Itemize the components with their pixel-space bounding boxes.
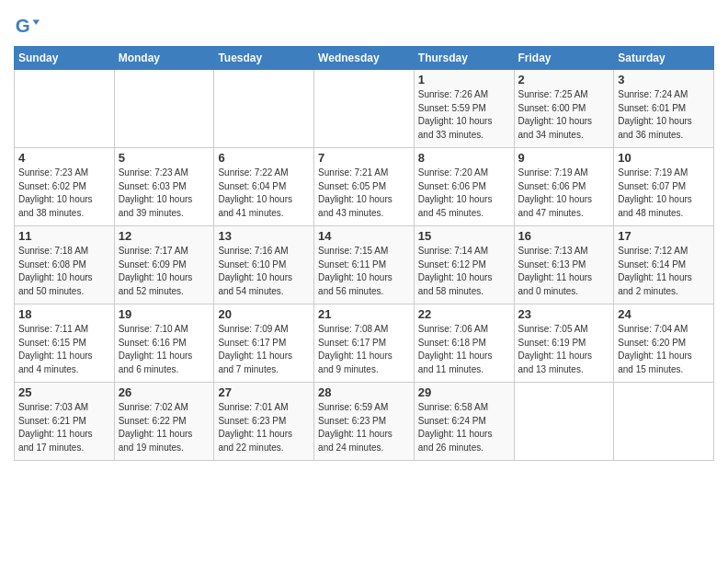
calendar-cell: 13Sunrise: 7:16 AM Sunset: 6:10 PM Dayli… — [214, 226, 314, 304]
logo: G — [14, 13, 41, 39]
day-number: 24 — [618, 307, 710, 321]
calendar-cell: 16Sunrise: 7:13 AM Sunset: 6:13 PM Dayli… — [514, 226, 614, 304]
calendar-cell: 17Sunrise: 7:12 AM Sunset: 6:14 PM Dayli… — [614, 226, 714, 304]
svg-text:G: G — [16, 15, 30, 36]
day-info: Sunrise: 7:14 AM Sunset: 6:12 PM Dayligh… — [418, 245, 510, 298]
day-number: 12 — [119, 229, 210, 243]
calendar-cell: 5Sunrise: 7:23 AM Sunset: 6:03 PM Daylig… — [114, 148, 214, 226]
day-number: 23 — [518, 307, 610, 321]
calendar-week-row: 4Sunrise: 7:23 AM Sunset: 6:02 PM Daylig… — [15, 148, 714, 226]
day-number: 9 — [518, 151, 610, 165]
calendar-cell: 21Sunrise: 7:08 AM Sunset: 6:17 PM Dayli… — [314, 304, 415, 383]
calendar-cell: 6Sunrise: 7:22 AM Sunset: 6:04 PM Daylig… — [214, 148, 314, 226]
day-number: 2 — [518, 73, 610, 86]
day-number: 26 — [119, 385, 210, 399]
day-info: Sunrise: 7:09 AM Sunset: 6:17 PM Dayligh… — [218, 323, 310, 376]
day-info: Sunrise: 7:21 AM Sunset: 6:05 PM Dayligh… — [318, 167, 410, 220]
day-info: Sunrise: 7:04 AM Sunset: 6:20 PM Dayligh… — [618, 323, 710, 376]
day-number: 15 — [418, 229, 510, 243]
day-number: 22 — [418, 307, 510, 321]
day-info: Sunrise: 7:23 AM Sunset: 6:03 PM Dayligh… — [119, 167, 210, 220]
calendar-cell: 11Sunrise: 7:18 AM Sunset: 6:08 PM Dayli… — [15, 226, 115, 304]
day-info: Sunrise: 7:24 AM Sunset: 6:01 PM Dayligh… — [618, 88, 710, 142]
day-number: 17 — [618, 229, 710, 243]
day-info: Sunrise: 7:16 AM Sunset: 6:10 PM Dayligh… — [218, 245, 310, 298]
day-number: 21 — [318, 307, 410, 321]
day-info: Sunrise: 7:13 AM Sunset: 6:13 PM Dayligh… — [518, 245, 610, 298]
day-info: Sunrise: 7:18 AM Sunset: 6:08 PM Dayligh… — [18, 245, 110, 298]
page-header: G — [14, 9, 714, 39]
day-number: 16 — [518, 229, 610, 243]
logo-icon: G — [14, 13, 40, 39]
day-info: Sunrise: 7:08 AM Sunset: 6:17 PM Dayligh… — [318, 323, 410, 376]
day-info: Sunrise: 7:10 AM Sunset: 6:16 PM Dayligh… — [119, 323, 210, 376]
calendar-cell: 12Sunrise: 7:17 AM Sunset: 6:09 PM Dayli… — [114, 226, 214, 304]
day-number: 1 — [418, 73, 510, 86]
calendar-week-row: 25Sunrise: 7:03 AM Sunset: 6:21 PM Dayli… — [15, 383, 714, 461]
calendar-cell — [114, 70, 214, 148]
svg-marker-1 — [33, 19, 40, 25]
day-info: Sunrise: 7:19 AM Sunset: 6:07 PM Dayligh… — [618, 167, 710, 220]
calendar-cell: 20Sunrise: 7:09 AM Sunset: 6:17 PM Dayli… — [214, 304, 314, 383]
day-info: Sunrise: 7:01 AM Sunset: 6:23 PM Dayligh… — [218, 401, 310, 454]
day-number: 13 — [218, 229, 310, 243]
day-info: Sunrise: 7:22 AM Sunset: 6:04 PM Dayligh… — [218, 167, 310, 220]
day-number: 3 — [618, 73, 710, 86]
day-info: Sunrise: 7:19 AM Sunset: 6:06 PM Dayligh… — [518, 167, 610, 220]
calendar-cell — [214, 70, 314, 148]
day-number: 29 — [418, 385, 510, 399]
day-number: 5 — [119, 151, 210, 165]
day-info: Sunrise: 7:12 AM Sunset: 6:14 PM Dayligh… — [618, 245, 710, 298]
day-number: 25 — [18, 385, 110, 399]
weekday-header: Wednesday — [314, 47, 415, 70]
calendar-week-row: 18Sunrise: 7:11 AM Sunset: 6:15 PM Dayli… — [15, 304, 714, 383]
calendar-cell: 22Sunrise: 7:06 AM Sunset: 6:18 PM Dayli… — [414, 304, 514, 383]
day-info: Sunrise: 7:20 AM Sunset: 6:06 PM Dayligh… — [418, 167, 510, 220]
calendar-cell: 23Sunrise: 7:05 AM Sunset: 6:19 PM Dayli… — [514, 304, 614, 383]
calendar-cell — [514, 383, 614, 461]
day-info: Sunrise: 7:15 AM Sunset: 6:11 PM Dayligh… — [318, 245, 410, 298]
calendar-cell: 1Sunrise: 7:26 AM Sunset: 5:59 PM Daylig… — [414, 70, 514, 148]
calendar-cell: 14Sunrise: 7:15 AM Sunset: 6:11 PM Dayli… — [314, 226, 415, 304]
calendar-header-row: SundayMondayTuesdayWednesdayThursdayFrid… — [15, 47, 714, 70]
calendar-cell: 9Sunrise: 7:19 AM Sunset: 6:06 PM Daylig… — [514, 148, 614, 226]
weekday-header: Monday — [114, 47, 214, 70]
calendar-cell — [15, 70, 115, 148]
day-number: 8 — [418, 151, 510, 165]
calendar-cell: 27Sunrise: 7:01 AM Sunset: 6:23 PM Dayli… — [214, 383, 314, 461]
day-number: 7 — [318, 151, 410, 165]
weekday-header: Thursday — [414, 47, 514, 70]
day-number: 11 — [18, 229, 110, 243]
calendar-cell: 4Sunrise: 7:23 AM Sunset: 6:02 PM Daylig… — [15, 148, 115, 226]
day-number: 27 — [218, 385, 310, 399]
day-info: Sunrise: 7:05 AM Sunset: 6:19 PM Dayligh… — [518, 323, 610, 376]
calendar-cell — [314, 70, 415, 148]
calendar-cell: 19Sunrise: 7:10 AM Sunset: 6:16 PM Dayli… — [114, 304, 214, 383]
day-info: Sunrise: 6:58 AM Sunset: 6:24 PM Dayligh… — [418, 401, 510, 454]
calendar-cell: 18Sunrise: 7:11 AM Sunset: 6:15 PM Dayli… — [15, 304, 115, 383]
calendar-week-row: 11Sunrise: 7:18 AM Sunset: 6:08 PM Dayli… — [15, 226, 714, 304]
weekday-header: Tuesday — [214, 47, 314, 70]
calendar-cell: 7Sunrise: 7:21 AM Sunset: 6:05 PM Daylig… — [314, 148, 415, 226]
calendar-cell: 2Sunrise: 7:25 AM Sunset: 6:00 PM Daylig… — [514, 70, 614, 148]
weekday-header: Friday — [514, 47, 614, 70]
weekday-header: Sunday — [15, 47, 115, 70]
day-info: Sunrise: 7:25 AM Sunset: 6:00 PM Dayligh… — [518, 88, 610, 142]
calendar-table: SundayMondayTuesdayWednesdayThursdayFrid… — [14, 46, 714, 461]
calendar-cell: 15Sunrise: 7:14 AM Sunset: 6:12 PM Dayli… — [414, 226, 514, 304]
day-info: Sunrise: 7:06 AM Sunset: 6:18 PM Dayligh… — [418, 323, 510, 376]
day-info: Sunrise: 7:11 AM Sunset: 6:15 PM Dayligh… — [18, 323, 110, 376]
day-number: 28 — [318, 385, 410, 399]
day-number: 19 — [119, 307, 210, 321]
day-number: 10 — [618, 151, 710, 165]
day-info: Sunrise: 7:23 AM Sunset: 6:02 PM Dayligh… — [18, 167, 110, 220]
calendar-cell: 8Sunrise: 7:20 AM Sunset: 6:06 PM Daylig… — [414, 148, 514, 226]
day-info: Sunrise: 7:03 AM Sunset: 6:21 PM Dayligh… — [18, 401, 110, 454]
day-number: 18 — [18, 307, 110, 321]
calendar-cell: 29Sunrise: 6:58 AM Sunset: 6:24 PM Dayli… — [414, 383, 514, 461]
calendar-cell: 24Sunrise: 7:04 AM Sunset: 6:20 PM Dayli… — [614, 304, 714, 383]
day-info: Sunrise: 7:26 AM Sunset: 5:59 PM Dayligh… — [418, 88, 510, 142]
calendar-week-row: 1Sunrise: 7:26 AM Sunset: 5:59 PM Daylig… — [15, 70, 714, 148]
calendar-cell: 28Sunrise: 6:59 AM Sunset: 6:23 PM Dayli… — [314, 383, 415, 461]
day-number: 6 — [218, 151, 310, 165]
